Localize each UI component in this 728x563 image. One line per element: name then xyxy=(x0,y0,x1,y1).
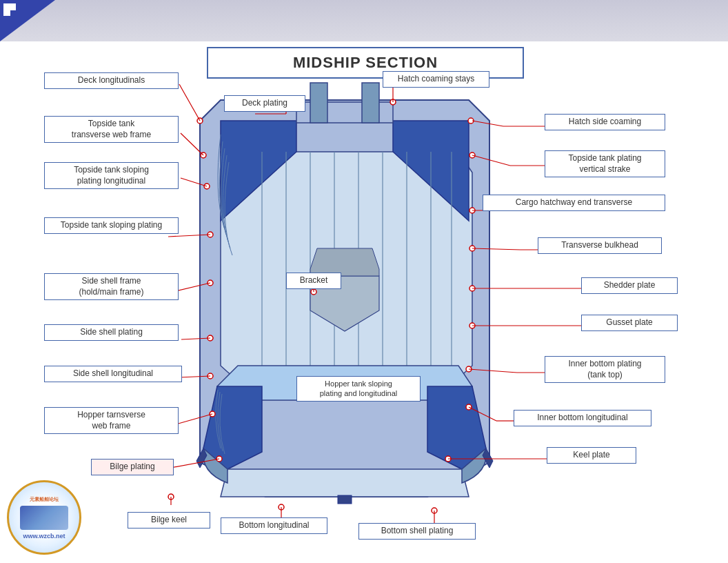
label-side-shell-longitudinal: Side shell longitudinal xyxy=(44,366,182,382)
wm-logo-graphic xyxy=(20,506,68,530)
label-bracket: Bracket xyxy=(286,273,341,289)
label-topside-sloping-plating: Topside tank sloping plating xyxy=(44,217,179,234)
label-topside-sloping-longitudinal: Topside tank slopingplating longitudinal xyxy=(44,162,179,189)
label-deck-plating: Deck plating xyxy=(224,95,305,112)
wm-chinese: 元素船舶论坛 xyxy=(30,496,59,503)
label-keel-plate: Keel plate xyxy=(547,447,636,464)
label-bilge-plating: Bilge plating xyxy=(91,459,174,475)
wm-url: www.wzcb.net xyxy=(23,533,65,540)
label-hopper-transverse: Hopper tarnsverseweb frame xyxy=(44,407,179,434)
label-hatch-coaming-stays: Hatch coaming stays xyxy=(383,71,489,88)
label-hopper-tank-sloping: Hopper tank slopingplating and longitudi… xyxy=(296,376,421,402)
label-bilge-keel: Bilge keel xyxy=(128,512,210,529)
label-gusset-plate: Gusset plate xyxy=(581,315,678,331)
watermark: 元素船舶论坛 www.wzcb.net xyxy=(7,480,83,556)
watermark-circle: 元素船舶论坛 www.wzcb.net xyxy=(7,480,81,555)
label-deck-longitudinals: Deck longitudinals xyxy=(44,72,179,89)
corner-square-inner xyxy=(10,10,19,19)
corner-square xyxy=(3,3,16,16)
label-side-shell-plating: Side shell plating xyxy=(44,324,179,341)
label-inner-bottom-plating: Inner bottom plating(tank top) xyxy=(545,356,665,383)
label-bottom-shell-plating: Bottom shell plating xyxy=(358,523,476,540)
label-topside-plating-vertical: Topside tank platingvertical strake xyxy=(545,150,665,177)
label-hatch-side-coaming: Hatch side coaming xyxy=(545,114,665,130)
label-transverse-bulkhead: Transverse bulkhead xyxy=(538,237,662,254)
label-topside-tank-transverse: Topside tanktransverse web frame xyxy=(44,116,179,143)
label-inner-bottom-longitudinal: Inner bottom longitudinal xyxy=(514,410,651,426)
label-cargo-hatchway: Cargo hatchway end transverse xyxy=(483,195,665,211)
label-bottom-longitudinal: Bottom longitudinal xyxy=(221,517,327,534)
label-shedder-plate: Shedder plate xyxy=(581,277,678,294)
label-side-shell-frame: Side shell frame(hold/main frame) xyxy=(44,273,179,300)
page-title: MIDSHIP SECTION xyxy=(293,54,438,71)
